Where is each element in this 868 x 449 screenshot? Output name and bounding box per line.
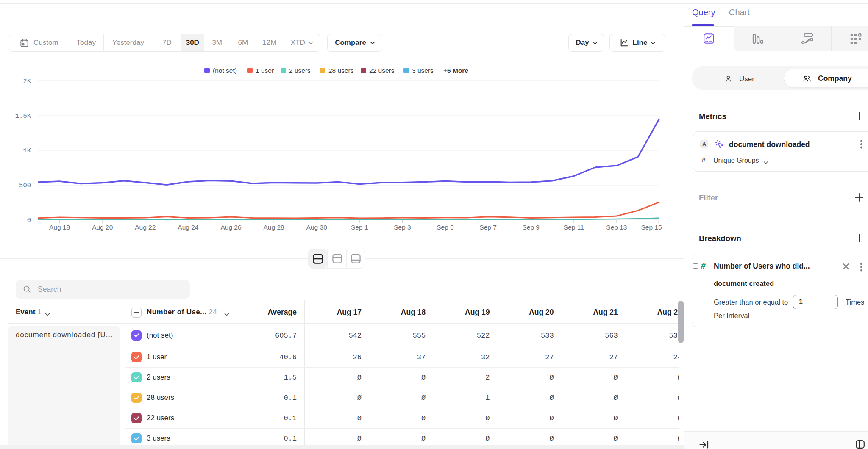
svg-text:0: 0: [27, 216, 31, 224]
svg-text:Sep 15: Sep 15: [641, 224, 662, 231]
svg-text:Sep 9: Sep 9: [522, 224, 540, 231]
svg-text:500: 500: [19, 182, 31, 189]
svg-text:Aug 20: Aug 20: [92, 224, 113, 231]
svg-text:Sep 3: Sep 3: [394, 224, 411, 231]
svg-text:Sep 11: Sep 11: [564, 224, 584, 231]
svg-text:Sep 5: Sep 5: [437, 224, 454, 231]
svg-text:2K: 2K: [23, 78, 31, 85]
svg-text:Aug 30: Aug 30: [306, 224, 328, 231]
svg-text:Aug 18: Aug 18: [49, 224, 70, 231]
svg-text:Aug 24: Aug 24: [178, 224, 199, 231]
svg-text:Aug 26: Aug 26: [220, 224, 241, 231]
svg-text:1K: 1K: [23, 147, 31, 155]
svg-text:Sep 13: Sep 13: [606, 224, 627, 231]
svg-text:Aug 22: Aug 22: [135, 224, 156, 231]
svg-text:Aug 28: Aug 28: [264, 224, 284, 231]
svg-text:Sep 7: Sep 7: [479, 224, 497, 231]
svg-text:Sep 1: Sep 1: [351, 224, 368, 231]
svg-text:1.5K: 1.5K: [15, 112, 31, 120]
